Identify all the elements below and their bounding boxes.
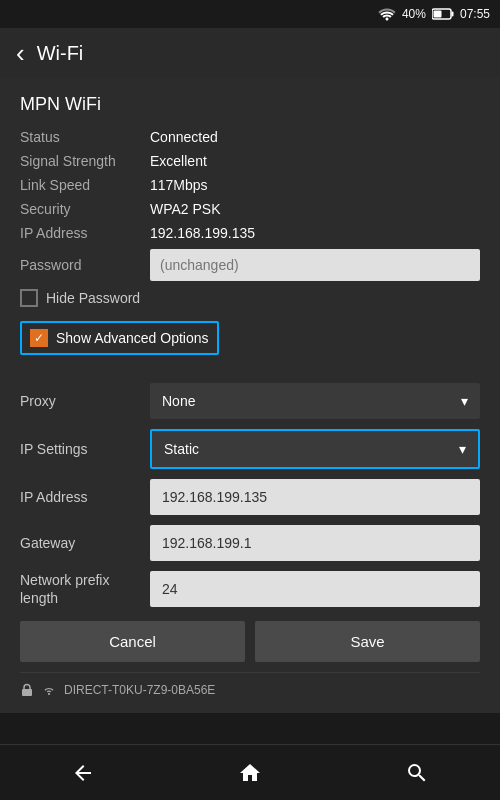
page-title: Wi-Fi [37,42,84,65]
svg-rect-1 [433,11,441,18]
gateway-label: Gateway [20,535,150,551]
ip-address-info-value: 192.168.199.135 [150,225,255,241]
ip-address-field[interactable] [150,479,480,515]
top-bar: ‹ Wi-Fi [0,28,500,78]
cancel-button[interactable]: Cancel [20,621,245,662]
status-row: Status Connected [20,129,480,145]
network-prefix-field[interactable] [150,571,480,607]
link-speed-value: 117Mbps [150,177,208,193]
svg-rect-3 [22,689,32,696]
nav-back-icon [71,761,95,785]
bottom-nav [0,744,500,800]
status-bar: 40% 07:55 [0,0,500,28]
security-row: Security WPA2 PSK [20,201,480,217]
button-row: Cancel Save [20,621,480,662]
signal-label: Signal Strength [20,153,150,169]
wifi-detail-card: MPN WiFi Status Connected Signal Strengt… [0,78,500,713]
proxy-dropdown[interactable]: None ▾ [150,383,480,419]
ip-settings-dropdown[interactable]: Static ▾ [150,429,480,469]
nav-back-button[interactable] [53,753,113,793]
network-prefix-label: Network prefix length [20,571,150,607]
hide-password-label: Hide Password [46,290,140,306]
gateway-field[interactable] [150,525,480,561]
ip-settings-label: IP Settings [20,441,150,457]
hide-password-checkbox[interactable] [20,289,38,307]
battery-text: 40% [402,7,426,21]
link-speed-label: Link Speed [20,177,150,193]
proxy-row: Proxy None ▾ [20,383,480,419]
nav-search-icon [405,761,429,785]
time-text: 07:55 [460,7,490,21]
signal-row: Signal Strength Excellent [20,153,480,169]
ip-address-field-row: IP Address [20,479,480,515]
proxy-label: Proxy [20,393,150,409]
link-speed-row: Link Speed 117Mbps [20,177,480,193]
nav-home-icon [238,761,262,785]
show-advanced-checkbox[interactable] [30,329,48,347]
wifi-icon [378,7,396,21]
password-row: Password [20,249,480,281]
proxy-value: None [162,393,195,409]
ip-address-info-row: IP Address 192.168.199.135 [20,225,480,241]
signal-value: Excellent [150,153,207,169]
ip-settings-row: IP Settings Static ▾ [20,429,480,469]
hide-password-row[interactable]: Hide Password [20,289,480,307]
show-advanced-row[interactable]: Show Advanced Options [20,321,219,355]
gateway-row: Gateway [20,525,480,561]
password-label: Password [20,257,150,273]
svg-rect-2 [451,12,453,17]
ip-settings-value: Static [164,441,199,457]
proxy-dropdown-arrow: ▾ [461,393,468,409]
ip-address-info-label: IP Address [20,225,150,241]
password-input[interactable] [150,249,480,281]
battery-icon [432,8,454,20]
save-button[interactable]: Save [255,621,480,662]
ip-address-field-label: IP Address [20,489,150,505]
status-value: Connected [150,129,218,145]
status-icons: 40% 07:55 [378,7,490,21]
advanced-options-wrapper: Show Advanced Options [20,321,480,371]
ip-settings-dropdown-arrow: ▾ [459,441,466,457]
nav-home-button[interactable] [220,753,280,793]
network-name-bottom: DIRECT-T0KU-7Z9-0BA56E [64,683,215,697]
back-button[interactable]: ‹ [16,38,25,69]
security-label: Security [20,201,150,217]
nav-search-button[interactable] [387,753,447,793]
status-label: Status [20,129,150,145]
network-prefix-row: Network prefix length [20,571,480,607]
network-list-item[interactable]: DIRECT-T0KU-7Z9-0BA56E [20,672,480,697]
network-name: MPN WiFi [20,94,480,115]
show-advanced-label: Show Advanced Options [56,330,209,346]
wifi-small-icon [42,685,56,696]
lock-icon [20,683,34,697]
security-value: WPA2 PSK [150,201,221,217]
